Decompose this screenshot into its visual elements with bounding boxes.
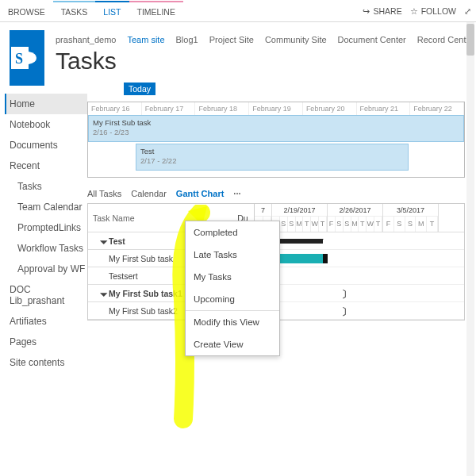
timeline-date: February 17 xyxy=(142,102,196,115)
timeline-date: February 22 xyxy=(410,102,464,115)
sidebar-item-pages[interactable]: Pages xyxy=(10,332,87,352)
timeline-date: February 16 xyxy=(88,102,142,115)
tab-tasks[interactable]: TASKS xyxy=(53,1,96,21)
view-more-menu[interactable]: ··· xyxy=(233,189,240,198)
view-gantt[interactable]: Gantt Chart xyxy=(176,189,225,198)
sidebar-item-documents[interactable]: Documents xyxy=(10,135,87,155)
ribbon-tabs: BROWSE TASKS LIST TIMELINE ↪SHARE ☆FOLLO… xyxy=(0,0,476,22)
site-logo[interactable]: S xyxy=(10,30,44,86)
tab-browse[interactable]: BROWSE xyxy=(0,1,53,21)
top-nav: prashant_demo Team site Blog1 Project Si… xyxy=(56,30,476,44)
nav-item[interactable]: Document Center xyxy=(338,35,406,44)
view-options-menu: Completed Late Tasks My Tasks Upcoming M… xyxy=(185,221,280,356)
svg-text:S: S xyxy=(15,51,23,67)
sidebar-item-tasks[interactable]: Tasks xyxy=(10,176,87,197)
view-all-tasks[interactable]: All Tasks xyxy=(87,189,121,198)
view-calendar[interactable]: Calendar xyxy=(131,189,167,198)
nav-item[interactable]: Project Site xyxy=(209,35,254,44)
gantt-milestone[interactable]: 〕 xyxy=(342,305,351,319)
timeline-date: February 18 xyxy=(195,102,249,115)
sidebar-item-artifiates[interactable]: Artifiates xyxy=(10,311,87,332)
gantt-milestone[interactable]: 〕 xyxy=(342,288,351,301)
follow-button[interactable]: ☆FOLLOW xyxy=(410,6,456,16)
sidebar-item-site-contents[interactable]: Site contents xyxy=(10,352,87,373)
menu-upcoming[interactable]: Upcoming xyxy=(186,288,279,310)
timeline-bar[interactable]: Test 2/17 - 2/22 xyxy=(136,144,409,171)
sidebar-item-team-calendar[interactable]: Team Calendar xyxy=(10,197,87,217)
focus-button[interactable]: ⤢ xyxy=(464,6,471,16)
nav-item[interactable]: Blog1 xyxy=(176,35,198,44)
sidebar-item-recent[interactable]: Recent xyxy=(10,155,87,176)
tab-timeline[interactable]: TIMELINE xyxy=(129,1,183,21)
timeline-panel: February 16 February 17 February 18 Febr… xyxy=(87,102,465,178)
nav-item[interactable]: Record Center xyxy=(417,35,474,44)
quick-launch: Home Notebook Documents Recent Tasks Tea… xyxy=(0,94,87,373)
menu-late-tasks[interactable]: Late Tasks xyxy=(186,244,279,266)
timeline-bar[interactable]: My First Sub task 2/16 - 2/23 xyxy=(88,115,464,142)
menu-my-tasks[interactable]: My Tasks xyxy=(186,266,279,288)
menu-completed[interactable]: Completed xyxy=(186,221,279,244)
page-title: Tasks xyxy=(56,48,476,75)
timeline-date: February 19 xyxy=(249,102,303,115)
share-button[interactable]: ↪SHARE xyxy=(363,6,401,16)
expand-icon: ⤢ xyxy=(464,6,471,16)
today-marker: Today xyxy=(124,83,155,95)
timeline-date: February 20 xyxy=(303,102,357,115)
sidebar-item-home[interactable]: Home xyxy=(5,94,87,114)
sidebar-item-promptedlinks[interactable]: PromptedLinks xyxy=(10,217,87,238)
sidebar-item-notebook[interactable]: Notebook xyxy=(10,114,87,135)
star-icon: ☆ xyxy=(410,6,418,16)
nav-item[interactable]: Community Site xyxy=(265,35,327,44)
menu-modify-view[interactable]: Modify this View xyxy=(186,310,279,333)
view-switcher: All Tasks Calendar Gantt Chart ··· xyxy=(87,189,476,198)
sidebar-item-approval[interactable]: Approval by WF xyxy=(10,259,87,279)
nav-item[interactable]: Team site xyxy=(127,35,164,44)
sidebar-item-workflow-tasks[interactable]: Workflow Tasks xyxy=(10,238,87,259)
menu-create-view[interactable]: Create View xyxy=(186,333,279,355)
timeline-date: February 21 xyxy=(357,102,411,115)
share-icon: ↪ xyxy=(363,6,370,16)
nav-item[interactable]: prashant_demo xyxy=(56,35,116,44)
sidebar-item-doclib[interactable]: DOC Lib_prashant xyxy=(10,279,87,311)
page-header: S prashant_demo Team site Blog1 Project … xyxy=(0,22,476,94)
sharepoint-icon: S xyxy=(10,40,44,75)
tab-list[interactable]: LIST xyxy=(95,1,129,21)
